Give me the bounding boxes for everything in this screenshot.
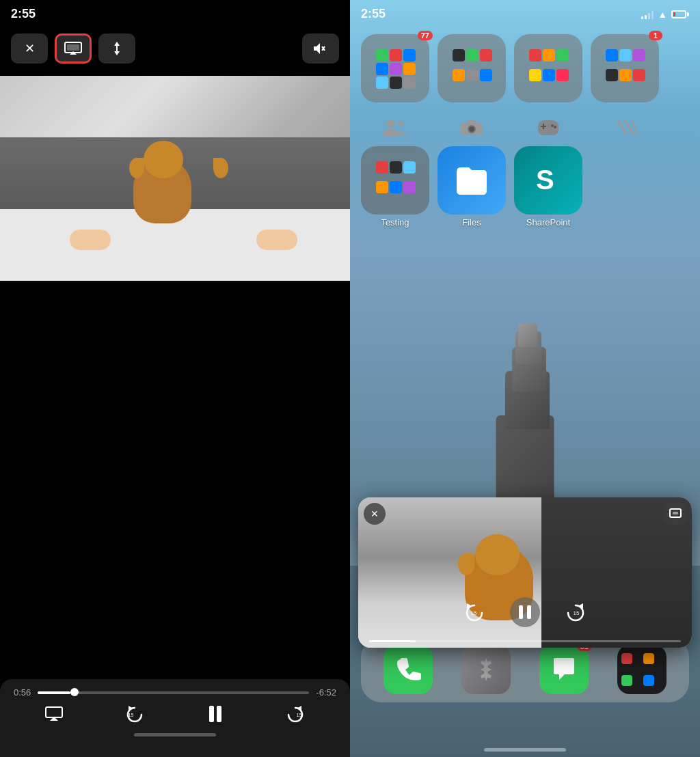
mini-app-4-3 [633,49,645,61]
pip-skip-forward-button[interactable]: 15 [561,597,591,627]
app-grid: 77 [361,34,689,238]
folder-3[interactable] [514,34,582,102]
right-status-bar: 2:55 ▲ [350,0,700,28]
progress-container: 0:56 -6:52 [14,687,336,698]
remaining-time: -6:52 [316,687,336,698]
folder-1[interactable]: 77 [361,34,429,102]
pip-skip-back-button[interactable]: 15 [459,597,489,627]
mini-test-3 [403,161,416,174]
progress-track[interactable] [38,691,309,694]
video-frame [0,76,350,281]
svg-point-26 [554,126,556,128]
gamepad-icon-area [514,113,582,141]
sharepoint-app-container: S SharePoint [514,146,582,228]
misc-app-2 [643,653,654,664]
camera-icon [459,118,484,137]
svg-text:15: 15 [471,610,477,616]
pip-close-button[interactable]: ✕ [364,503,386,525]
app-row-2: Testing Files S ShareP [361,146,689,228]
skip-forward-15-button[interactable]: 15 [286,705,305,727]
pip-pause-button[interactable] [510,597,540,627]
progress-fill [38,691,70,694]
home-indicator-left [134,733,216,737]
settings-gear-icon [473,657,499,683]
dock-settings-icon[interactable] [461,645,511,694]
svg-text:15: 15 [297,713,302,717]
misc-app-3 [621,675,632,686]
left-time: 2:55 [11,7,36,21]
folder-3-grid [526,46,570,90]
testing-folder[interactable] [361,146,429,215]
svg-rect-35 [519,605,523,619]
pip-close-icon: ✕ [371,508,379,519]
svg-point-21 [469,126,474,132]
pip-playback-controls: 15 15 [358,597,692,627]
testing-label: Testing [381,217,409,228]
svg-rect-2 [67,44,79,51]
pip-skip-forward-icon: 15 [565,602,587,622]
mini-whatsapp [376,49,388,61]
mini-app-4-5 [619,69,632,81]
pip-expand-button[interactable] [664,503,686,525]
sharepoint-s-icon: S [530,163,566,197]
left-controls: ✕ [0,28,350,69]
mini-app-4-1 [606,49,618,61]
puppy-head [144,141,183,178]
pip-progress-bar[interactable] [369,640,681,642]
tools-icon [611,118,638,137]
status-right-icons: ▲ [641,9,689,20]
svg-rect-36 [527,605,531,619]
pause-button[interactable] [207,704,224,728]
resize-button[interactable] [98,33,135,64]
airplay-button[interactable] [45,706,63,726]
mini-app-2-6 [480,69,492,81]
close-button[interactable]: ✕ [11,33,48,64]
playback-controls: 15 15 [14,704,336,728]
skip-back-icon: 15 [125,705,144,723]
battery-body [671,10,686,18]
mini-app-6 [403,63,416,75]
mini-test-6 [403,181,416,193]
signal-bar-1 [641,16,643,19]
battery-fill [673,12,675,16]
phone-icon [395,657,421,683]
signal-bar-2 [645,15,647,19]
dock-misc-icon[interactable] [617,645,667,694]
files-folder-icon [454,163,489,197]
mini-app-2-3 [480,49,492,61]
camera-icon-area [438,113,506,141]
rock-peak [518,323,537,347]
folder-2[interactable] [438,34,506,102]
pip-top-bar: ✕ [364,503,686,525]
volume-button[interactable] [302,33,339,64]
dock-messages-icon[interactable]: 51 [539,645,589,694]
screen-mirror-icon [64,42,82,55]
system-icons-row [361,113,689,141]
signal-bar-4 [651,11,654,19]
mini-app-3-4 [529,69,541,81]
hand-left [70,230,111,250]
mini-app-3-1 [529,49,541,61]
dock-phone-icon[interactable] [383,645,433,694]
misc-app-4 [643,675,654,686]
folder-1-grid [373,46,417,90]
misc-app-1 [621,653,632,664]
battery-tip [687,12,689,16]
files-app-icon[interactable] [438,146,506,215]
sharepoint-app-icon[interactable]: S [514,146,582,215]
svg-text:S: S [536,165,554,195]
pip-progress-fill [369,640,416,642]
svg-text:15: 15 [574,610,580,616]
skip-back-15-button[interactable]: 15 [125,705,144,727]
mini-app-3-2 [543,49,555,61]
sharepoint-label: SharePoint [526,217,570,228]
svg-marker-4 [114,51,120,55]
svg-marker-3 [114,42,120,46]
folder-4-badge: 1 [649,31,662,40]
testing-folder-grid [373,159,417,202]
mini-app-4-2 [619,49,632,61]
folder-4[interactable]: 1 [591,34,659,102]
airplay-screen-button[interactable] [55,33,92,64]
messages-icon [551,657,577,683]
wifi-icon: ▲ [658,9,667,20]
